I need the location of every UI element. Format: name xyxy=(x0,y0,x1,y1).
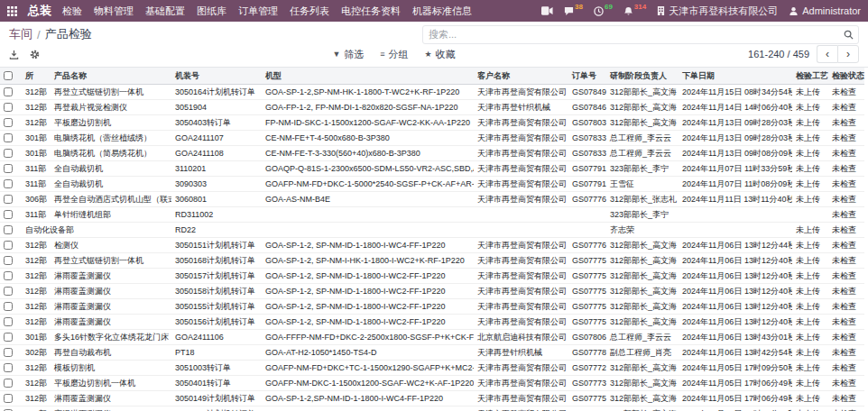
menu-item-4[interactable]: 图纸库 xyxy=(197,5,226,18)
table-row[interactable]: 311部全自动裁切机3090303GOAFP-NM-FD+DKC-1-5000*… xyxy=(0,177,864,192)
menu-item-6[interactable]: 任务列表 xyxy=(290,5,329,18)
row-checkbox[interactable] xyxy=(4,164,13,173)
row-checkbox[interactable] xyxy=(4,195,13,204)
column-header-5[interactable]: 客户名称 xyxy=(474,68,568,85)
table-row[interactable]: 301部电脑绣花机（蕾丝植绒绣）GOA2411107CE-NM-FE+T-4-5… xyxy=(0,131,864,146)
cell-process: 未上传 xyxy=(792,299,828,315)
cell-process: 未上传 xyxy=(792,131,828,146)
row-checkbox[interactable] xyxy=(4,363,13,372)
cell-customer: 天津市再登商贸有限公司 xyxy=(474,284,568,299)
table-row[interactable]: 312部淋雨覆盖测漏仪3050158计划机转订单GOA-SP-1-2, SP-N… xyxy=(0,284,864,299)
table-row[interactable]: 312部淋雨覆盖测漏仪3050156计划机转订单GOA-SP-1-2, SP-N… xyxy=(0,315,864,330)
messages-icon[interactable]: 38 xyxy=(564,6,583,16)
menu-item-8[interactable]: 机器标准信息 xyxy=(412,5,472,18)
activities-clock-icon[interactable]: 69 xyxy=(594,6,613,16)
table-row[interactable]: 自动化设备部RD22齐志荣未上传未检查 xyxy=(0,223,864,238)
cell-order-no: GS07776 xyxy=(568,192,606,207)
row-checkbox[interactable] xyxy=(4,302,13,311)
column-header-4[interactable]: 机型 xyxy=(262,68,474,85)
cell-machine-no: 3050155计划机转订单 xyxy=(171,299,262,315)
row-checkbox[interactable] xyxy=(4,210,13,219)
cell-owner: 312部部长_高文海 xyxy=(606,85,679,100)
table-row[interactable]: 312部再登裁片视觉检测仪3051904GOA-FP-1-2, FP-NM-DI… xyxy=(0,100,864,115)
table-row[interactable]: 312部再登立式锯链切割一体机3050168计划机转订单GOA-SP-1-2, … xyxy=(0,253,864,269)
table-row[interactable]: 312部高温淋雨测漏仪3050150计划机转订单GOA-SP-1-2,SP-NM… xyxy=(0,406,864,411)
export-download-icon[interactable] xyxy=(9,50,19,59)
company-switcher[interactable]: 天津市再登科技有限公司 xyxy=(657,5,778,18)
table-row[interactable]: 312部检测仪3050151计划机转订单GOA-SP-1-2, SP-NM-ID… xyxy=(0,238,864,253)
notifications-bell-icon[interactable]: 314 xyxy=(623,6,646,16)
row-checkbox[interactable] xyxy=(4,149,13,158)
column-header-2[interactable]: 产品名称 xyxy=(51,68,171,85)
row-checkbox[interactable] xyxy=(4,241,13,250)
filters-button[interactable]: ▼ 筛选 xyxy=(332,48,364,61)
pager-previous-button[interactable]: ‹ xyxy=(817,45,837,63)
table-row[interactable]: 312部再登立式锯链切割一体机3050164计划机转订单GOA-SP-1-2,S… xyxy=(0,85,864,100)
menu-item-2[interactable]: 物料管理 xyxy=(94,5,134,18)
cell-model: GOA-SP-1-2, SP-NM-ID-1-1800-I-WC2-FF-1P2… xyxy=(262,284,474,299)
row-checkbox[interactable] xyxy=(4,394,13,403)
pager-next-button[interactable]: › xyxy=(837,45,859,63)
row-checkbox[interactable] xyxy=(4,118,13,127)
search-input[interactable] xyxy=(423,29,858,40)
row-checkbox[interactable] xyxy=(4,348,13,357)
cell-status: 未检查 xyxy=(828,131,864,146)
row-checkbox[interactable] xyxy=(4,133,13,142)
row-checkbox[interactable] xyxy=(4,87,13,96)
row-checkbox[interactable] xyxy=(4,317,13,326)
row-checkbox[interactable] xyxy=(4,287,13,296)
menu-item-1[interactable]: 检验 xyxy=(62,5,82,18)
search-icon[interactable] xyxy=(844,30,854,40)
table-row[interactable]: 306部再登全自动酒店式切机山型（联式）3060801GOA-AS-NM-B4E… xyxy=(0,192,864,207)
table-row[interactable]: 312部淋雨覆盖测漏仪3050157计划机转订单GOA-SP-1-2, SP-N… xyxy=(0,269,864,284)
column-header-8[interactable]: 下单日期 xyxy=(679,68,792,85)
table-row[interactable]: 301部电脑绣花机（简易绣花机）GOA2411108CE-NM-FE-T-3-3… xyxy=(0,146,864,161)
cell-machine-no: GOA2411107 xyxy=(171,131,262,146)
gear-icon[interactable] xyxy=(30,50,40,59)
row-checkbox[interactable] xyxy=(4,271,13,280)
row-checkbox[interactable] xyxy=(4,333,13,342)
group-by-button[interactable]: ≡ 分组 xyxy=(380,48,408,61)
column-header-10[interactable]: 检验状态 xyxy=(828,68,864,85)
camera-icon[interactable] xyxy=(541,6,553,15)
user-menu[interactable]: Administrator xyxy=(789,5,861,16)
row-checkbox[interactable] xyxy=(4,379,13,388)
table-row[interactable]: 312部平板磨边切割机一体机3050401转订单GOAFP-NM-DKC-1-1… xyxy=(0,376,864,391)
favorites-button[interactable]: ★ 收藏 xyxy=(425,48,456,61)
table-row[interactable]: 312部模板切割机3051003转订单GOAFP-NM-FD+DKC+TC-1-… xyxy=(0,361,864,376)
cell-machine-no: GOA2411108 xyxy=(171,146,262,161)
row-checkbox[interactable] xyxy=(4,225,13,234)
app-title[interactable]: 总装 xyxy=(28,3,51,19)
column-header-7[interactable]: 研制阶段负责人 xyxy=(606,68,679,85)
table-row[interactable]: 311部单针绗缝机组部RD311002323部部长_李宁未检查 xyxy=(0,207,864,223)
menu-item-3[interactable]: 基础配置 xyxy=(145,5,185,18)
cell-model: GOA-SP-1-2,SP-NM-ID-1-1800-I-WC4-FF-1P22… xyxy=(262,406,474,411)
cell-dept: 312部 xyxy=(22,299,51,315)
table-row[interactable]: 312部平板磨边切割机3050403转订单FP-NM-ID-SKC-1-1500… xyxy=(0,115,864,131)
table-row[interactable]: 301部多头16针数字化立体绣花龙门床GOA2411106GOA-FFFP-NM… xyxy=(0,330,864,345)
breadcrumb-parent[interactable]: 车间 xyxy=(9,26,32,42)
select-all-checkbox[interactable] xyxy=(4,71,13,80)
menu-item-7[interactable]: 电控任务资料 xyxy=(341,5,401,18)
cell-product: 淋雨覆盖测漏仪 xyxy=(51,299,171,315)
column-header-9[interactable]: 检验工艺 xyxy=(792,68,828,85)
apps-menu-button[interactable] xyxy=(7,6,17,16)
menu-item-5[interactable]: 订单管理 xyxy=(238,5,278,18)
table-row[interactable]: 312部淋雨覆盖测漏仪3050149计划机转订单GOA-SP-1-2,SP-NM… xyxy=(0,391,864,406)
cell-product: 再登立式锯链切割一体机 xyxy=(51,85,171,100)
messages-badge: 38 xyxy=(575,3,583,11)
row-checkbox[interactable] xyxy=(4,179,13,188)
cell-order-date: 2024年11月06日 13时12分40秒 xyxy=(679,269,792,284)
table-row[interactable]: 311部全自动裁切机3110201GOAQP-Q-81S-1-2300x6500… xyxy=(0,161,864,177)
row-checkbox[interactable] xyxy=(4,103,13,112)
column-header-6[interactable]: 订单号 xyxy=(568,68,606,85)
cell-owner: 312部部长_高文海 xyxy=(606,376,679,391)
row-checkbox[interactable] xyxy=(4,256,13,265)
cell-status: 未检查 xyxy=(828,223,864,238)
column-header-3[interactable]: 机装号 xyxy=(171,68,262,85)
table-row[interactable]: 302部再登自动裁布机PT18GOA-AT-H2-1050*1450-TS4-D… xyxy=(0,345,864,361)
table-row[interactable]: 312部淋雨覆盖测漏仪3050155计划机转订单GOA-SP-1-2, SP-N… xyxy=(0,299,864,315)
cell-customer: 天津市再登商贸有限公司 xyxy=(474,269,568,284)
column-header-1[interactable]: 所 xyxy=(22,68,51,85)
cell-dept: 301部 xyxy=(22,146,51,161)
